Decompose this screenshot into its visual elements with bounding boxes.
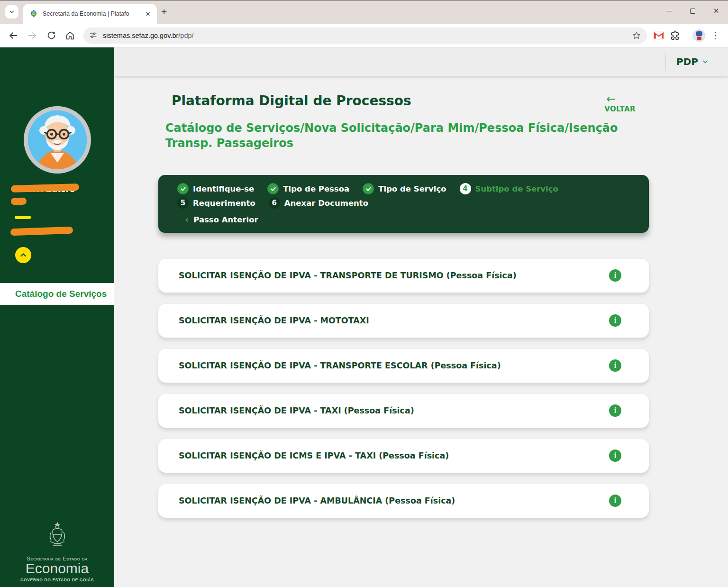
step-check-icon [267,183,279,194]
home-button[interactable] [61,27,80,44]
step-label: Anexar Documento [284,199,368,208]
browser-menu-icon[interactable]: ⋮ [707,28,723,44]
service-card-label: SOLICITAR ISENÇÃO DE IPVA - TRANSPORTE E… [179,361,609,370]
back-arrow-icon: ← [606,94,636,104]
service-card-label: SOLICITAR ISENÇÃO DE IPVA - TAXI (Pessoa… [179,406,609,415]
step-label: Identifique-se [193,184,254,193]
sidebar-footer: Secretaria de Estado da Economia GOVERNO… [0,522,114,582]
profile-avatar-image [693,29,705,42]
forward-button[interactable] [23,27,42,44]
service-card-label: SOLICITAR ISENÇÃO DE IPVA - AMBULÂNCIA (… [179,496,609,505]
step-check-icon [177,183,189,194]
forward-arrow-icon [27,30,37,41]
browser-window: Secretaria da Economia | Platafo ✕ + ✕ s… [0,0,728,587]
service-card-taxi[interactable]: SOLICITAR ISENÇÃO DE IPVA - TAXI (Pessoa… [158,394,649,428]
user-avatar-image [28,110,87,169]
minimize-icon [666,11,672,11]
info-icon[interactable]: i [609,495,621,507]
toolbar-divider [687,31,687,40]
step-subtipo-de-servico[interactable]: 4 Subtipo de Serviço [460,183,558,194]
voltar-button[interactable]: ← VOLTAR [604,94,636,113]
page-content: Plataforma Digital de Processos ← VOLTAR… [114,76,728,587]
voltar-label: VOLTAR [604,105,636,113]
collapse-profile-button[interactable] [15,247,31,263]
gmail-icon[interactable] [651,28,667,44]
info-icon[interactable]: i [609,314,621,327]
reload-icon [46,30,56,40]
yellow-divider [15,216,31,219]
window-close-button[interactable]: ✕ [704,0,728,22]
reload-button[interactable] [42,27,61,44]
footer-gov-line: GOVERNO DO ESTADO DE GOIÁS [0,578,114,582]
info-icon[interactable]: i [609,449,621,462]
new-tab-button[interactable]: + [161,7,167,17]
service-card-icms-ipva-taxi[interactable]: SOLICITAR ISENÇÃO DE ICMS E IPVA - TAXI … [158,439,649,473]
favicon-icon [29,9,38,18]
stepper: Identifique-se Tipo de Pessoa Tipo de Se… [158,175,649,233]
back-arrow-icon [8,30,18,41]
window-maximize-button[interactable] [681,0,704,22]
info-glyph: i [614,271,617,280]
info-glyph: i [614,361,617,370]
app-shell: Weslei Lutero Ni Catálogo de Serviços [0,47,728,587]
chevron-up-icon [19,251,27,259]
step-number-badge: 4 [460,183,471,194]
service-list: SOLICITAR ISENÇÃO DE IPVA - TRANSPORTE D… [158,259,649,518]
goias-crest-icon [46,522,68,550]
service-card-label: SOLICITAR ISENÇÃO DE ICMS E IPVA - TAXI … [179,451,609,460]
user-name-redacted-line2: Ni [13,195,23,209]
url-host: sistemas.sefaz.go.gov.br [103,32,178,39]
sidebar-item-catalogo-de-servicos[interactable]: Catálogo de Serviços [0,283,114,305]
step-number-badge: 5 [177,197,189,209]
info-icon[interactable]: i [609,269,621,282]
tab-search-button[interactable] [5,5,18,18]
step-check-icon [363,183,374,194]
step-requerimento[interactable]: 5 Requerimento [177,197,255,209]
browser-tab[interactable]: Secretaria da Economia | Platafo ✕ [23,4,157,24]
breadcrumb: Catálogo de Serviços/Nova Solicitação/Pa… [165,120,646,151]
step-number-badge: 6 [269,197,280,209]
service-card-transporte-escolar[interactable]: SOLICITAR ISENÇÃO DE IPVA - TRANSPORTE E… [158,349,649,383]
service-card-label: SOLICITAR ISENÇÃO DE IPVA - MOTOTAXI [179,316,609,325]
service-card-label: SOLICITAR ISENÇÃO DE IPVA - TRANSPORTE D… [179,271,609,280]
service-card-turismo[interactable]: SOLICITAR ISENÇÃO DE IPVA - TRANSPORTE D… [158,259,649,293]
url-bar[interactable]: sistemas.sefaz.go.gov.br/pdp/ [83,28,647,44]
browser-titlebar: Secretaria da Economia | Platafo ✕ + ✕ [0,0,728,24]
info-icon[interactable]: i [609,359,621,372]
pdp-label: PDP [676,56,698,67]
step-tipo-de-pessoa[interactable]: Tipo de Pessoa [267,183,349,194]
user-id-redaction-bar [10,227,73,236]
extensions-icon[interactable] [667,28,683,44]
user-avatar [24,106,91,174]
info-glyph: i [614,406,617,415]
step-label: Subtipo de Serviço [475,184,558,193]
browser-toolbar: sistemas.sefaz.go.gov.br/pdp/ ⋮ [0,24,728,47]
passo-anterior-button[interactable]: ‹ Passo Anterior [177,215,635,224]
bookmark-star-icon[interactable] [632,31,641,40]
service-card-mototaxi[interactable]: SOLICITAR ISENÇÃO DE IPVA - MOTOTAXI i [158,304,649,338]
window-minimize-button[interactable] [657,0,681,22]
profile-avatar[interactable] [691,28,707,44]
back-button[interactable] [4,27,23,44]
chevron-down-icon [9,9,15,15]
maximize-icon [690,9,695,14]
info-glyph: i [614,451,617,460]
pdp-dropdown[interactable]: PDP [676,56,709,67]
info-icon[interactable]: i [609,404,621,417]
step-tipo-de-servico[interactable]: Tipo de Serviço [363,183,446,194]
footer-org-line2: Economia [0,561,114,576]
step-anexar-documento[interactable]: 6 Anexar Documento [269,197,368,209]
info-glyph: i [614,496,617,505]
passo-anterior-label: Passo Anterior [193,215,258,224]
app-topbar: PDP [114,47,728,76]
site-settings-icon[interactable] [89,31,97,39]
step-label: Requerimento [193,199,255,208]
url-text[interactable]: sistemas.sefaz.go.gov.br/pdp/ [103,32,628,39]
url-path: /pdp/ [178,32,193,39]
tab-close-icon[interactable]: ✕ [144,10,152,18]
service-card-ambulancia[interactable]: SOLICITAR ISENÇÃO DE IPVA - AMBULÂNCIA (… [158,484,649,518]
step-identifique-se[interactable]: Identifique-se [177,183,254,194]
step-label: Tipo de Pessoa [283,184,349,193]
topbar-divider [665,53,666,71]
tab-title: Secretaria da Economia | Platafo [43,10,141,17]
